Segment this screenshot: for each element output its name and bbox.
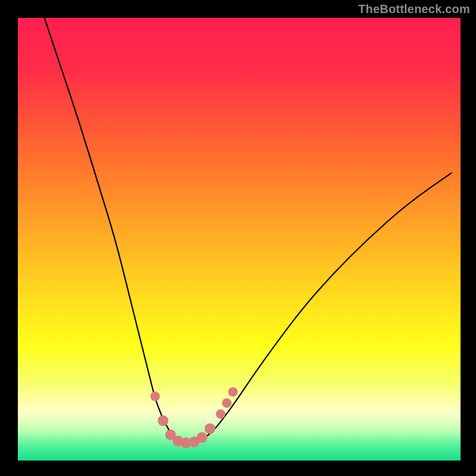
chart-frame: TheBottleneck.com bbox=[0, 0, 476, 476]
watermark-label: TheBottleneck.com bbox=[358, 2, 470, 16]
curve-marker bbox=[151, 392, 160, 401]
curve-marker bbox=[222, 398, 231, 408]
curve-marker bbox=[197, 432, 208, 443]
curve-marker bbox=[205, 423, 215, 434]
plot-background bbox=[18, 18, 461, 461]
curve-marker bbox=[216, 409, 226, 419]
curve-marker bbox=[158, 415, 168, 426]
curve-marker bbox=[228, 387, 238, 397]
bottleneck-chart bbox=[0, 0, 476, 476]
